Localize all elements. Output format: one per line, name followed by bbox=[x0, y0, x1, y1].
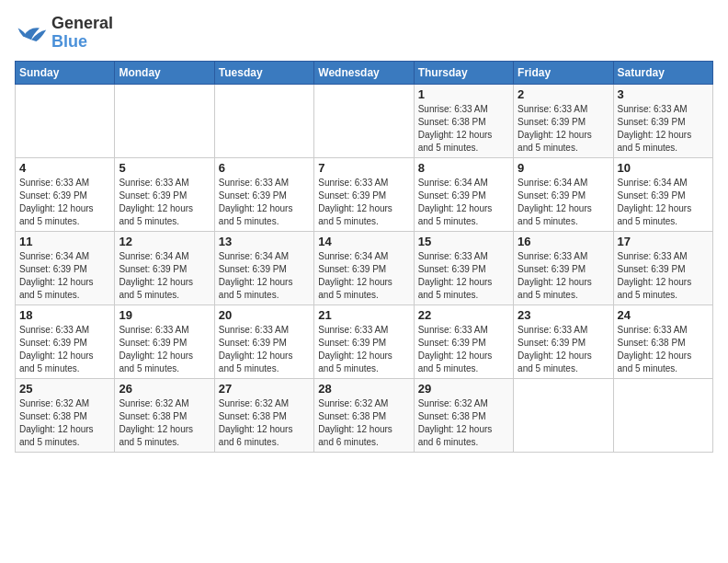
day-number: 18 bbox=[19, 308, 110, 322]
calendar-cell: 17Sunrise: 6:33 AM Sunset: 6:39 PM Dayli… bbox=[613, 231, 712, 304]
day-info: Sunrise: 6:33 AM Sunset: 6:39 PM Dayligh… bbox=[318, 177, 409, 228]
day-info: Sunrise: 6:33 AM Sunset: 6:39 PM Dayligh… bbox=[618, 250, 709, 302]
calendar-header-thursday: Thursday bbox=[414, 61, 513, 84]
calendar-cell: 2Sunrise: 6:33 AM Sunset: 6:39 PM Daylig… bbox=[514, 84, 613, 157]
calendar-header-friday: Friday bbox=[514, 61, 613, 84]
calendar-cell: 5Sunrise: 6:33 AM Sunset: 6:39 PM Daylig… bbox=[115, 157, 214, 231]
calendar-header-tuesday: Tuesday bbox=[214, 61, 313, 84]
day-info: Sunrise: 6:33 AM Sunset: 6:39 PM Dayligh… bbox=[318, 324, 409, 375]
calendar-week-2: 4Sunrise: 6:33 AM Sunset: 6:39 PM Daylig… bbox=[16, 157, 713, 231]
day-info: Sunrise: 6:33 AM Sunset: 6:39 PM Dayligh… bbox=[518, 250, 609, 302]
calendar-cell: 6Sunrise: 6:33 AM Sunset: 6:39 PM Daylig… bbox=[214, 157, 313, 231]
day-info: Sunrise: 6:34 AM Sunset: 6:39 PM Dayligh… bbox=[119, 250, 210, 302]
day-info: Sunrise: 6:33 AM Sunset: 6:39 PM Dayligh… bbox=[418, 324, 509, 375]
calendar-cell: 1Sunrise: 6:33 AM Sunset: 6:38 PM Daylig… bbox=[414, 84, 513, 157]
calendar-cell: 28Sunrise: 6:32 AM Sunset: 6:38 PM Dayli… bbox=[314, 378, 414, 452]
day-info: Sunrise: 6:34 AM Sunset: 6:39 PM Dayligh… bbox=[219, 250, 310, 302]
day-info: Sunrise: 6:33 AM Sunset: 6:39 PM Dayligh… bbox=[418, 250, 509, 302]
day-info: Sunrise: 6:34 AM Sunset: 6:39 PM Dayligh… bbox=[318, 250, 409, 302]
logo-icon bbox=[15, 19, 48, 47]
logo-text: GeneralBlue bbox=[51, 15, 113, 52]
day-number: 2 bbox=[518, 87, 609, 101]
calendar-cell: 20Sunrise: 6:33 AM Sunset: 6:39 PM Dayli… bbox=[214, 304, 313, 378]
day-info: Sunrise: 6:33 AM Sunset: 6:39 PM Dayligh… bbox=[119, 177, 210, 228]
day-number: 14 bbox=[318, 235, 409, 248]
calendar-cell: 13Sunrise: 6:34 AM Sunset: 6:39 PM Dayli… bbox=[214, 231, 313, 304]
calendar-cell: 11Sunrise: 6:34 AM Sunset: 6:39 PM Dayli… bbox=[16, 231, 115, 304]
day-number: 23 bbox=[518, 308, 609, 322]
calendar-cell bbox=[16, 84, 115, 157]
day-number: 7 bbox=[318, 161, 409, 175]
day-number: 6 bbox=[219, 161, 310, 175]
calendar-cell bbox=[214, 84, 313, 157]
day-info: Sunrise: 6:34 AM Sunset: 6:39 PM Dayligh… bbox=[618, 177, 709, 228]
calendar-cell: 7Sunrise: 6:33 AM Sunset: 6:39 PM Daylig… bbox=[314, 157, 414, 231]
calendar-cell: 24Sunrise: 6:33 AM Sunset: 6:38 PM Dayli… bbox=[613, 304, 712, 378]
day-info: Sunrise: 6:33 AM Sunset: 6:39 PM Dayligh… bbox=[119, 324, 210, 375]
day-number: 21 bbox=[318, 308, 409, 322]
day-number: 4 bbox=[19, 161, 110, 175]
calendar-cell bbox=[613, 378, 712, 452]
calendar-cell: 21Sunrise: 6:33 AM Sunset: 6:39 PM Dayli… bbox=[314, 304, 414, 378]
calendar-cell: 27Sunrise: 6:32 AM Sunset: 6:38 PM Dayli… bbox=[214, 378, 313, 452]
day-number: 24 bbox=[618, 308, 709, 322]
day-info: Sunrise: 6:32 AM Sunset: 6:38 PM Dayligh… bbox=[119, 397, 210, 449]
calendar-cell: 29Sunrise: 6:32 AM Sunset: 6:38 PM Dayli… bbox=[414, 378, 513, 452]
calendar-cell: 19Sunrise: 6:33 AM Sunset: 6:39 PM Dayli… bbox=[115, 304, 214, 378]
day-number: 8 bbox=[418, 161, 509, 175]
day-info: Sunrise: 6:32 AM Sunset: 6:38 PM Dayligh… bbox=[318, 397, 409, 449]
day-number: 11 bbox=[19, 235, 110, 248]
day-number: 20 bbox=[219, 308, 310, 322]
calendar-cell: 3Sunrise: 6:33 AM Sunset: 6:39 PM Daylig… bbox=[613, 84, 712, 157]
day-info: Sunrise: 6:33 AM Sunset: 6:39 PM Dayligh… bbox=[19, 324, 110, 375]
calendar-cell: 22Sunrise: 6:33 AM Sunset: 6:39 PM Dayli… bbox=[414, 304, 513, 378]
day-info: Sunrise: 6:34 AM Sunset: 6:39 PM Dayligh… bbox=[518, 177, 609, 228]
calendar-header-wednesday: Wednesday bbox=[314, 61, 414, 84]
day-info: Sunrise: 6:34 AM Sunset: 6:39 PM Dayligh… bbox=[19, 250, 110, 302]
calendar-cell: 9Sunrise: 6:34 AM Sunset: 6:39 PM Daylig… bbox=[514, 157, 613, 231]
calendar-cell: 26Sunrise: 6:32 AM Sunset: 6:38 PM Dayli… bbox=[115, 378, 214, 452]
calendar-cell: 15Sunrise: 6:33 AM Sunset: 6:39 PM Dayli… bbox=[414, 231, 513, 304]
calendar-cell bbox=[115, 84, 214, 157]
day-number: 13 bbox=[219, 235, 310, 248]
calendar-cell bbox=[314, 84, 414, 157]
day-info: Sunrise: 6:32 AM Sunset: 6:38 PM Dayligh… bbox=[219, 397, 310, 449]
calendar-cell: 8Sunrise: 6:34 AM Sunset: 6:39 PM Daylig… bbox=[414, 157, 513, 231]
calendar-table: SundayMondayTuesdayWednesdayThursdayFrid… bbox=[15, 61, 713, 453]
day-info: Sunrise: 6:33 AM Sunset: 6:39 PM Dayligh… bbox=[518, 324, 609, 375]
calendar-cell: 18Sunrise: 6:33 AM Sunset: 6:39 PM Dayli… bbox=[16, 304, 115, 378]
day-number: 28 bbox=[318, 382, 409, 396]
day-number: 5 bbox=[119, 161, 210, 175]
calendar-cell: 4Sunrise: 6:33 AM Sunset: 6:39 PM Daylig… bbox=[16, 157, 115, 231]
day-number: 25 bbox=[19, 382, 110, 396]
logo: GeneralBlue bbox=[15, 15, 113, 52]
calendar-cell: 25Sunrise: 6:32 AM Sunset: 6:38 PM Dayli… bbox=[16, 378, 115, 452]
calendar-week-5: 25Sunrise: 6:32 AM Sunset: 6:38 PM Dayli… bbox=[16, 378, 713, 452]
day-number: 12 bbox=[119, 235, 210, 248]
day-number: 16 bbox=[518, 235, 609, 248]
day-number: 9 bbox=[518, 161, 609, 175]
day-info: Sunrise: 6:33 AM Sunset: 6:39 PM Dayligh… bbox=[219, 177, 310, 228]
day-number: 15 bbox=[418, 235, 509, 248]
calendar-header-saturday: Saturday bbox=[613, 61, 712, 84]
day-number: 17 bbox=[618, 235, 709, 248]
calendar-header-row: SundayMondayTuesdayWednesdayThursdayFrid… bbox=[16, 61, 713, 84]
calendar-header-sunday: Sunday bbox=[16, 61, 115, 84]
calendar-week-1: 1Sunrise: 6:33 AM Sunset: 6:38 PM Daylig… bbox=[16, 84, 713, 157]
day-info: Sunrise: 6:33 AM Sunset: 6:39 PM Dayligh… bbox=[219, 324, 310, 375]
calendar-week-3: 11Sunrise: 6:34 AM Sunset: 6:39 PM Dayli… bbox=[16, 231, 713, 304]
day-number: 27 bbox=[219, 382, 310, 396]
day-info: Sunrise: 6:33 AM Sunset: 6:39 PM Dayligh… bbox=[618, 103, 709, 155]
day-number: 26 bbox=[119, 382, 210, 396]
day-info: Sunrise: 6:32 AM Sunset: 6:38 PM Dayligh… bbox=[19, 397, 110, 449]
day-info: Sunrise: 6:32 AM Sunset: 6:38 PM Dayligh… bbox=[418, 397, 509, 449]
day-number: 19 bbox=[119, 308, 210, 322]
calendar-cell bbox=[514, 378, 613, 452]
day-info: Sunrise: 6:34 AM Sunset: 6:39 PM Dayligh… bbox=[418, 177, 509, 228]
page-header: GeneralBlue bbox=[15, 15, 713, 52]
day-info: Sunrise: 6:33 AM Sunset: 6:39 PM Dayligh… bbox=[19, 177, 110, 228]
calendar-week-4: 18Sunrise: 6:33 AM Sunset: 6:39 PM Dayli… bbox=[16, 304, 713, 378]
day-info: Sunrise: 6:33 AM Sunset: 6:38 PM Dayligh… bbox=[418, 103, 509, 155]
day-number: 29 bbox=[418, 382, 509, 396]
day-info: Sunrise: 6:33 AM Sunset: 6:39 PM Dayligh… bbox=[518, 103, 609, 155]
